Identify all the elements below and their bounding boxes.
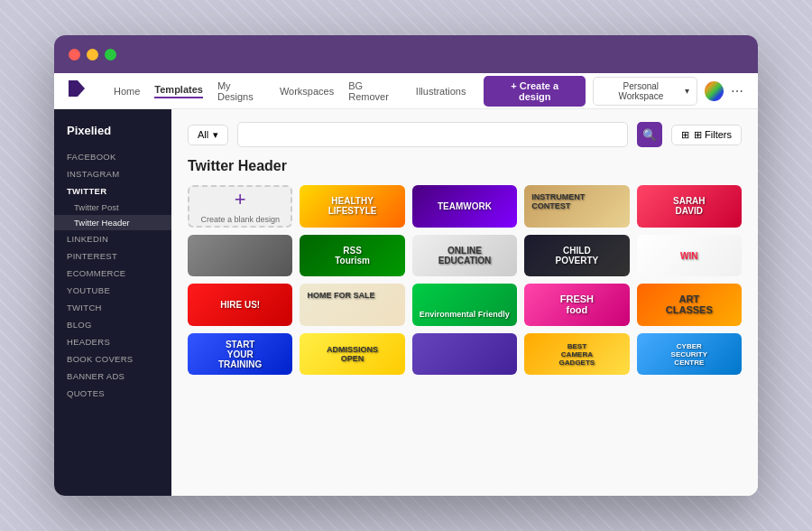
template-text-1: HEALTHY LIFESTYLE [325,192,381,219]
template-text-15: START YOUR TRAINING [214,335,266,372]
template-text-7: ONLINE EDUCATION [435,242,495,269]
sidebar-item-youtube[interactable]: YOUTUBE [54,282,171,299]
sidebar-brand: Pixelied [54,120,171,148]
content-area: All ▾ 🔍 ⊞ ⊞ Filters Twitter Header [171,109,758,496]
nav-illustrations[interactable]: Illustrations [416,86,466,97]
sidebar-item-pinterest[interactable]: PINTEREST [54,247,171,265]
plus-icon: + [235,188,246,211]
user-avatar[interactable] [705,81,724,101]
more-options-icon[interactable]: ⋯ [731,84,743,98]
template-text-13: FRESH food [550,290,603,319]
template-card-4[interactable]: SARAH DAVID [637,185,742,228]
main-area: Pixelied FACEBOOK INSTAGRAM TWITTER Twit… [54,109,758,496]
template-text-2: TEAMWORK [434,198,495,215]
content-toolbar: All ▾ 🔍 ⊞ ⊞ Filters [188,122,742,147]
template-card-1[interactable]: HEALTHY LIFESTYLE [300,185,404,228]
template-text-5 [236,252,244,259]
minimize-button[interactable] [87,49,98,61]
create-design-button[interactable]: + Create a design [484,76,585,107]
sidebar-subitem-twitter-post[interactable]: Twitter Post [54,200,171,215]
sidebar-item-facebook[interactable]: FACEBOOK [54,148,171,165]
sidebar-item-twitter[interactable]: TWITTER [54,182,171,200]
template-text-17 [461,350,468,358]
traffic-lights [69,49,116,61]
template-text-9: WIN [677,247,701,264]
app-content: Home Templates My Designs Workspaces BG … [54,73,758,496]
template-card-8[interactable]: CHILD POVERTY [524,235,629,277]
template-card-9[interactable]: WIN [637,235,742,277]
nav-bg-remover[interactable]: BG Remover [348,80,401,102]
sidebar-item-quotes[interactable]: QUOTES [54,385,171,402]
sidebar-item-twitch[interactable]: TWITCH [54,299,171,316]
app-window: Home Templates My Designs Workspaces BG … [54,35,758,496]
sidebar-item-book-covers[interactable]: BOOK COVERS [54,350,171,368]
close-button[interactable] [69,49,80,61]
page-title: Twitter Header [188,158,742,174]
template-card-11[interactable]: HOME FOR SALE [300,284,404,326]
template-card-3[interactable]: INSTRUMENT CONTEST [524,185,629,228]
create-blank-label: Create a blank design [200,215,280,224]
template-card-14[interactable]: ART CLASSES [637,284,742,326]
template-text-12: Environmental Friendly [416,306,513,322]
sidebar-item-ecommerce[interactable]: ECOMMERCE [54,265,171,282]
nav-templates[interactable]: Templates [154,84,203,98]
template-text-4: SARAH DAVID [663,192,715,219]
template-card-5[interactable] [188,235,292,277]
dropdown-chevron-icon: ▾ [213,129,218,141]
maximize-button[interactable] [105,49,116,61]
template-text-14: ART CLASSES [662,290,716,319]
template-text-16: ADMISSIONS OPEN [323,341,382,367]
template-text-19: CYBER SECURITY CENTRE [663,338,715,369]
template-card-15[interactable]: START YOUR TRAINING [188,333,292,376]
topbar: Home Templates My Designs Workspaces BG … [54,73,758,109]
filter-icon: ⊞ [681,129,689,141]
template-text-10: HIRE US! [217,296,263,313]
titlebar [54,35,758,73]
template-card-16[interactable]: ADMISSIONS OPEN [300,333,404,376]
filters-button[interactable]: ⊞ ⊞ Filters [671,125,742,145]
workspace-selector[interactable]: Personal Workspace ▾ [593,77,697,106]
templates-grid: + Create a blank design HEALTHY LIFESTYL… [188,185,742,375]
template-text-6: RSS Tourism [326,242,378,269]
sidebar-item-linkedin[interactable]: LINKEDIN [54,230,171,247]
sidebar-item-blog[interactable]: BLOG [54,316,171,333]
template-text-18: BEST CAMERA GADGETS [550,338,603,369]
chevron-down-icon: ▾ [685,86,689,96]
template-card-7[interactable]: ONLINE EDUCATION [412,235,517,277]
logo-icon [69,80,85,97]
template-text-8: CHILD POVERTY [550,242,603,269]
template-card-18[interactable]: BEST CAMERA GADGETS [524,333,629,376]
template-card-2[interactable]: TEAMWORK [412,185,517,228]
sidebar-subitem-twitter-header[interactable]: Twitter Header [54,215,171,230]
template-card-13[interactable]: FRESH food [524,284,629,326]
sidebar-item-instagram[interactable]: INSTAGRAM [54,165,171,182]
sidebar: Pixelied FACEBOOK INSTAGRAM TWITTER Twit… [54,109,171,496]
search-button[interactable]: 🔍 [637,122,662,147]
template-text-3: INSTRUMENT CONTEST [528,189,629,214]
nav-workspaces[interactable]: Workspaces [280,86,334,97]
template-card-12[interactable]: Environmental Friendly [412,284,517,326]
topbar-right: + Create a design Personal Workspace ▾ ⋯ [484,76,743,107]
filter-dropdown[interactable]: All ▾ [188,125,228,145]
nav-my-designs[interactable]: My Designs [217,80,265,102]
sidebar-item-headers[interactable]: HEADERS [54,333,171,350]
create-blank-card[interactable]: + Create a blank design [188,185,292,228]
nav-home[interactable]: Home [114,86,140,97]
nav-items: Home Templates My Designs Workspaces BG … [114,80,466,102]
app-logo [69,80,88,101]
template-card-6[interactable]: RSS Tourism [300,235,404,277]
sidebar-item-banner-ads[interactable]: BANNER ADS [54,368,171,385]
template-card-19[interactable]: CYBER SECURITY CENTRE [637,333,742,376]
template-text-11: HOME FOR SALE [303,287,378,303]
template-card-17[interactable] [412,333,517,376]
search-input[interactable] [237,122,628,147]
template-card-10[interactable]: HIRE US! [188,284,292,326]
